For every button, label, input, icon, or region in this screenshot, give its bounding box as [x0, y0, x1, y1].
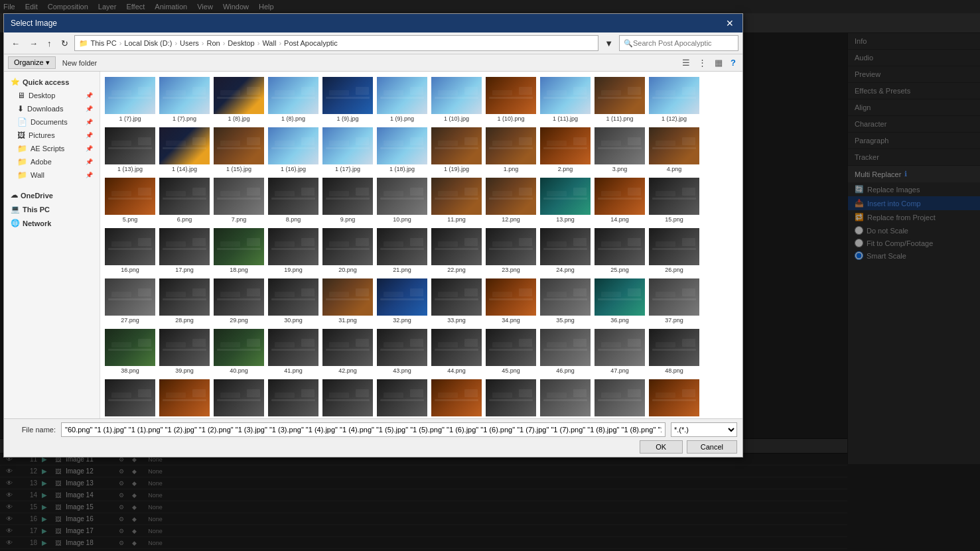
breadcrumb-users[interactable]: Users [180, 39, 199, 47]
file-item[interactable]: 21.png [376, 226, 429, 275]
file-item[interactable]: 4.png [648, 125, 701, 174]
file-item[interactable]: 17.png [158, 226, 211, 275]
breadcrumb-this-pc[interactable]: This PC [91, 39, 117, 47]
file-item[interactable]: 59.png [648, 377, 701, 418]
view-details-button[interactable]: ⋮ [695, 56, 709, 69]
file-item[interactable]: 1 (11).png [593, 75, 646, 124]
file-item[interactable]: 49.png [104, 377, 157, 418]
up-button[interactable]: ↑ [44, 37, 55, 50]
file-item[interactable]: 47.png [593, 327, 646, 376]
file-item[interactable]: 32.png [376, 276, 429, 326]
file-item[interactable]: 28.png [158, 276, 211, 326]
file-item[interactable]: 51.png [212, 377, 265, 418]
file-item[interactable]: 42.png [321, 327, 374, 376]
file-item[interactable]: 53.png [321, 377, 374, 418]
file-item[interactable]: 1 (18).jpg [376, 125, 429, 174]
sidebar-item-adobe[interactable]: 📁 Adobe 📌 [4, 155, 100, 168]
sidebar-item-pictures[interactable]: 🖼 Pictures 📌 [4, 129, 100, 142]
file-item[interactable]: 33.png [430, 276, 483, 326]
breadcrumb-ron[interactable]: Ron [207, 39, 220, 47]
file-item[interactable]: 31.png [321, 276, 374, 326]
file-item[interactable]: 11.png [430, 176, 483, 225]
file-item[interactable]: 38.png [104, 327, 157, 376]
file-item[interactable]: 1 (17).jpg [321, 125, 374, 174]
file-item[interactable]: 15.png [648, 176, 701, 225]
sidebar-this-pc-header[interactable]: 💻 This PC [4, 202, 100, 216]
search-input[interactable] [633, 39, 734, 47]
file-item[interactable]: 1 (11).jpg [539, 75, 592, 124]
file-item[interactable]: 19.png [267, 226, 320, 275]
file-item[interactable]: 48.png [648, 327, 701, 376]
dialog-close-button[interactable]: ✕ [724, 18, 736, 29]
refresh-button[interactable]: ↻ [58, 37, 72, 50]
file-item[interactable]: 45.png [484, 327, 537, 376]
file-item[interactable]: 13.png [539, 176, 592, 225]
sidebar-item-wall[interactable]: 📁 Wall 📌 [4, 168, 100, 182]
file-item[interactable]: 40.png [212, 327, 265, 376]
breadcrumb-folder[interactable]: Post Apocalyptic [284, 39, 338, 47]
file-item[interactable]: 56.png [484, 377, 537, 418]
file-item[interactable]: 10.png [376, 176, 429, 225]
file-item[interactable]: 44.png [430, 327, 483, 376]
file-item[interactable]: 50.png [158, 377, 211, 418]
file-item[interactable]: 18.png [212, 226, 265, 275]
back-button[interactable]: ← [8, 37, 23, 50]
file-item[interactable]: 1 (14).jpg [158, 125, 211, 174]
cancel-button[interactable]: Cancel [687, 440, 737, 454]
file-item[interactable]: 30.png [267, 276, 320, 326]
file-item[interactable]: 1 (12).jpg [648, 75, 701, 124]
file-item[interactable]: 6.png [158, 176, 211, 225]
file-item[interactable]: 1 (7).png [158, 75, 211, 124]
forward-button[interactable]: → [26, 37, 41, 50]
sidebar-item-desktop[interactable]: 🖥 Desktop 📌 [4, 89, 100, 102]
file-item[interactable]: 23.png [484, 226, 537, 275]
sidebar-onedrive-header[interactable]: ☁ OneDrive [4, 188, 100, 202]
file-item[interactable]: 27.png [104, 276, 157, 326]
file-item[interactable]: 41.png [267, 327, 320, 376]
view-grid-button[interactable]: ▦ [712, 56, 725, 69]
file-item[interactable]: 24.png [539, 226, 592, 275]
file-item[interactable]: 20.png [321, 226, 374, 275]
file-item[interactable]: 1 (16).jpg [267, 125, 320, 174]
file-item[interactable]: 43.png [376, 327, 429, 376]
file-item[interactable]: 3.png [593, 125, 646, 174]
file-item[interactable]: 22.png [430, 226, 483, 275]
organize-button[interactable]: Organize ▾ [8, 56, 56, 69]
file-item[interactable]: 25.png [593, 226, 646, 275]
file-item[interactable]: 1 (15).jpg [212, 125, 265, 174]
file-item[interactable]: 29.png [212, 276, 265, 326]
sidebar-network-header[interactable]: 🌐 Network [4, 216, 100, 230]
help-button[interactable]: ? [728, 56, 738, 69]
file-item[interactable]: 1 (10).png [484, 75, 537, 124]
breadcrumb-wall[interactable]: Wall [262, 39, 276, 47]
sidebar-quick-access-header[interactable]: ⭐ Quick access [4, 75, 100, 89]
file-item[interactable]: 9.png [321, 176, 374, 225]
file-item[interactable]: 1 (9).png [376, 75, 429, 124]
file-item[interactable]: 2.png [539, 125, 592, 174]
file-item[interactable]: 12.png [484, 176, 537, 225]
filetype-select[interactable]: *.(*.) [671, 422, 737, 437]
file-item[interactable]: 46.png [539, 327, 592, 376]
file-item[interactable]: 35.png [539, 276, 592, 326]
breadcrumb-dropdown-button[interactable]: ▼ [601, 37, 616, 50]
search-box[interactable]: 🔍 [619, 35, 738, 51]
ok-button[interactable]: OK [640, 440, 683, 454]
file-item[interactable]: 55.png [430, 377, 483, 418]
file-item[interactable]: 1.png [484, 125, 537, 174]
file-item[interactable]: 1 (13).jpg [104, 125, 157, 174]
breadcrumb-local-disk[interactable]: Local Disk (D:) [124, 39, 172, 47]
file-item[interactable]: 58.png [593, 377, 646, 418]
new-folder-button[interactable]: New folder [58, 58, 102, 68]
file-item[interactable]: 1 (7).jpg [104, 75, 157, 124]
file-item[interactable]: 37.png [648, 276, 701, 326]
file-item[interactable]: 52.png [267, 377, 320, 418]
file-item[interactable]: 1 (10).jpg [430, 75, 483, 124]
filename-input[interactable] [61, 422, 665, 437]
file-item[interactable]: 1 (8).png [267, 75, 320, 124]
file-item[interactable]: 54.png [376, 377, 429, 418]
view-list-button[interactable]: ☰ [679, 56, 693, 69]
file-item[interactable]: 57.png [539, 377, 592, 418]
file-item[interactable]: 5.png [104, 176, 157, 225]
file-item[interactable]: 34.png [484, 276, 537, 326]
file-item[interactable]: 16.png [104, 226, 157, 275]
